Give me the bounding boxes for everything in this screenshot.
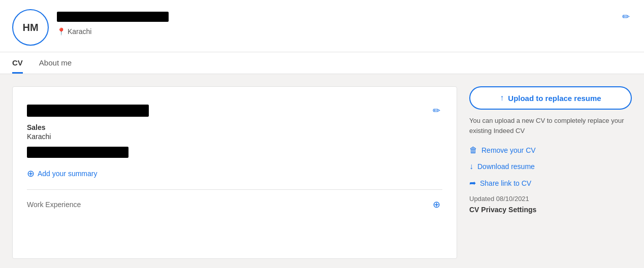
upload-arrow-icon: ↑	[500, 93, 504, 103]
avatar-initials: HM	[22, 22, 38, 34]
upload-resume-label: Upload to replace resume	[508, 94, 601, 103]
edit-icon: ✏	[622, 12, 630, 22]
trash-icon: 🗑	[469, 146, 477, 155]
work-experience-row: Work Experience ⊕	[27, 189, 442, 212]
cv-contact-redacted	[27, 147, 128, 158]
cv-role: Sales	[27, 123, 442, 131]
profile-header: HM ✏ 📍 Karachi	[0, 0, 644, 52]
remove-cv-action[interactable]: 🗑 Remove your CV	[469, 146, 632, 155]
add-summary-row[interactable]: ⊕ Add your summary	[27, 168, 442, 179]
tab-cv[interactable]: CV	[12, 52, 23, 74]
share-cv-action[interactable]: ➦ Share link to CV	[469, 178, 632, 188]
tabs-bar: CV About me	[0, 52, 644, 74]
edit-profile-button[interactable]: ✏	[620, 9, 632, 24]
avatar: HM	[12, 9, 49, 46]
download-resume-label: Download resume	[477, 162, 535, 171]
profile-name-redacted	[57, 12, 169, 22]
right-sidebar: ↑ Upload to replace resume You can uploa…	[469, 86, 632, 259]
download-icon: ↓	[469, 162, 473, 171]
profile-location: 📍 Karachi	[57, 27, 632, 36]
cv-privacy-settings-label[interactable]: CV Privacy Settings	[469, 206, 632, 214]
cv-panel: ✏ Sales Karachi ⊕ Add your summary Work …	[12, 86, 457, 259]
add-work-experience-icon: ⊕	[433, 199, 440, 210]
profile-info: ✏ 📍 Karachi	[57, 9, 632, 42]
work-experience-label: Work Experience	[27, 200, 81, 209]
cv-name-redacted	[27, 105, 149, 117]
location-text: Karachi	[68, 27, 91, 36]
upload-description: You can upload a new CV to completely re…	[469, 116, 632, 136]
add-summary-label: Add your summary	[38, 170, 97, 178]
updated-date: Updated 08/10/2021	[469, 195, 632, 203]
download-resume-action[interactable]: ↓ Download resume	[469, 162, 632, 171]
location-pin-icon: 📍	[57, 27, 66, 36]
page-wrapper: HM ✏ 📍 Karachi CV About me ✏	[0, 0, 644, 268]
cv-name-row: ✏	[27, 103, 442, 118]
profile-name-bar: ✏	[57, 9, 632, 24]
add-work-experience-button[interactable]: ⊕	[431, 197, 442, 212]
edit-cv-name-button[interactable]: ✏	[431, 103, 442, 118]
remove-cv-label: Remove your CV	[481, 146, 536, 154]
share-icon: ➦	[469, 178, 476, 188]
main-content: ✏ Sales Karachi ⊕ Add your summary Work …	[0, 74, 644, 268]
add-summary-plus-icon: ⊕	[27, 168, 35, 179]
tab-about-me[interactable]: About me	[39, 52, 72, 74]
share-cv-label: Share link to CV	[480, 179, 531, 187]
upload-resume-button[interactable]: ↑ Upload to replace resume	[469, 86, 632, 110]
edit-cv-icon: ✏	[433, 106, 440, 116]
cv-city: Karachi	[27, 132, 442, 141]
